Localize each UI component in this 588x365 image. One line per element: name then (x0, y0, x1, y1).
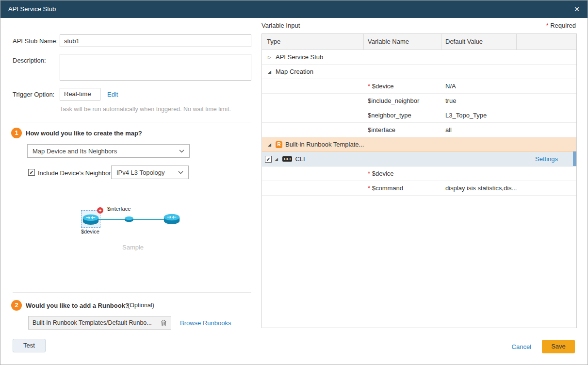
step2-optional-label: (Optional) (128, 302, 154, 309)
cli-checkbox[interactable]: ✓ (265, 156, 272, 163)
trigger-option-label: Trigger Option: (13, 91, 54, 98)
dialog-titlebar: API Service Stub ✕ (0, 0, 588, 18)
step2-question: Would you like to add a Runbook? (26, 302, 129, 309)
trigger-option-value: Real-time (60, 88, 100, 100)
col-type: Type (262, 34, 364, 50)
cli-icon: CLI (282, 156, 292, 162)
api-stub-name-label: API Stub Name: (13, 37, 58, 45)
variable-table: Type Variable Name Default Value ▷ API S… (261, 33, 577, 328)
close-icon[interactable]: ✕ (574, 0, 580, 18)
trigger-help-text: Task will be run automatically when trig… (60, 106, 254, 113)
description-label: Description: (13, 57, 46, 64)
topology-link-line (98, 219, 169, 220)
default-value: N/A (441, 83, 517, 90)
default-value: true (441, 97, 517, 104)
table-row-include-neighbor[interactable]: $include_neighbor true (262, 94, 576, 108)
neighbor-small-node (125, 216, 133, 224)
group-label: CLI (295, 155, 305, 163)
dialog-title: API Service Stub (8, 0, 56, 18)
expand-icon[interactable]: ◢ (275, 157, 279, 162)
expand-icon[interactable]: ◢ (268, 142, 273, 147)
default-value: all (441, 126, 517, 133)
check-icon: ✓ (29, 169, 33, 175)
step2-number: 2 (11, 300, 22, 311)
add-neighbor-icon: + (97, 207, 103, 214)
variable-name: $interface (368, 126, 395, 133)
default-value: display isis statistics,dis... (441, 184, 517, 192)
save-button[interactable]: Save (542, 340, 575, 353)
cancel-button[interactable]: Cancel (512, 343, 531, 350)
neighbor-node (163, 212, 180, 226)
topology-type-select[interactable]: IPv4 L3 Topology (111, 166, 189, 179)
divider (13, 122, 251, 122)
group-label: API Service Stub (276, 53, 323, 61)
variable-name: $device (372, 83, 394, 90)
table-row-neighbor-type[interactable]: $neighbor_type L3_Topo_Type (262, 108, 576, 123)
col-variable-name: Variable Name (364, 34, 441, 50)
step1-question: How would you like to create the map? (26, 130, 142, 137)
table-row-interface[interactable]: $interface all (262, 123, 576, 137)
variable-input-title: Variable Input (261, 22, 300, 29)
runbook-field[interactable]: Built-in Runbook Templates/Default Runbo… (28, 316, 171, 330)
api-service-stub-dialog: API Service Stub ✕ API Stub Name: Descri… (0, 0, 588, 365)
browse-runbooks-link[interactable]: Browse Runbooks (180, 319, 231, 327)
required-star: * (368, 83, 370, 90)
map-type-value: Map Device and Its Neighbors (33, 148, 117, 155)
runbook-icon: R (276, 141, 282, 148)
device-node-selection (81, 210, 100, 228)
api-stub-name-input[interactable] (60, 34, 251, 47)
table-row-cli-device[interactable]: * $device (262, 166, 576, 181)
default-value: L3_Topo_Type (441, 112, 517, 119)
divider (13, 292, 251, 293)
runbook-value: Built-in Runbook Templates/Default Runbo… (33, 319, 158, 326)
variable-name: $include_neighbor (368, 97, 419, 104)
chevron-down-icon (179, 149, 184, 153)
check-icon: ✓ (266, 156, 270, 162)
settings-link[interactable]: Settings (535, 155, 558, 163)
table-row-api-service-stub[interactable]: ▷ API Service Stub (262, 50, 576, 65)
group-label: Map Creation (276, 68, 313, 75)
table-row-device[interactable]: * $device N/A (262, 79, 576, 94)
variable-name: $device (372, 170, 394, 177)
required-star: * (368, 170, 370, 177)
test-button[interactable]: Test (13, 339, 46, 352)
include-neighbors-checkbox[interactable]: ✓ (28, 169, 35, 176)
dialog-footer: Cancel Save (512, 340, 575, 353)
expand-icon[interactable]: ◢ (268, 69, 273, 74)
router-icon (125, 216, 133, 222)
router-icon (82, 213, 99, 225)
step1-number: 1 (11, 128, 22, 138)
include-neighbors-label: Include Device's Neighbors (38, 169, 114, 177)
table-row-cli[interactable]: ✓ ◢ CLI CLI Settings (262, 152, 576, 166)
interface-label: $interface (107, 206, 131, 212)
device-label: $device (81, 229, 99, 234)
col-default-value: Default Value (441, 34, 517, 50)
router-icon (163, 212, 180, 225)
table-row-runbook-template[interactable]: ◢ R Built-in Runbook Template... (262, 137, 576, 152)
table-row-map-creation[interactable]: ◢ Map Creation (262, 65, 576, 79)
collapse-icon[interactable]: ▷ (268, 55, 273, 60)
required-label: Required (550, 22, 576, 29)
col-empty (517, 34, 576, 50)
trash-icon[interactable] (161, 319, 167, 327)
sample-caption: Sample (122, 244, 144, 251)
table-header: Type Variable Name Default Value (262, 34, 576, 50)
required-star: * (546, 22, 549, 29)
topology-type-value: IPv4 L3 Topology (116, 169, 165, 176)
chevron-down-icon (178, 171, 183, 174)
required-star: * (368, 184, 370, 192)
variable-name: $command (372, 184, 403, 192)
description-textarea[interactable] (60, 54, 251, 81)
trigger-edit-link[interactable]: Edit (107, 91, 118, 98)
map-type-select[interactable]: Map Device and Its Neighbors (27, 144, 190, 158)
required-legend: * Required (546, 22, 576, 29)
table-row-command[interactable]: * $command display isis statistics,dis..… (262, 181, 576, 196)
group-label: Built-in Runbook Template... (285, 141, 364, 148)
scrollbar-thumb[interactable] (573, 151, 576, 166)
variable-name: $neighbor_type (368, 112, 411, 119)
